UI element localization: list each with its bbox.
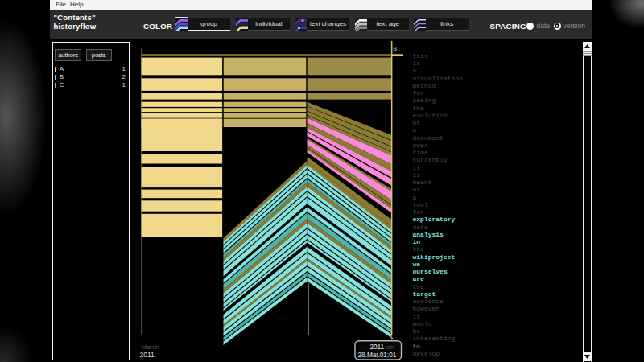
svg-text:2011: 2011 [370, 343, 385, 351]
svg-text:2011: 2011 [139, 351, 155, 359]
svg-text:28.Mar.01:01: 28.Mar.01:01 [358, 352, 397, 359]
svg-text:B: B [393, 45, 397, 52]
svg-text:March: March [142, 343, 159, 351]
svg-text:rch: rch [385, 343, 394, 351]
